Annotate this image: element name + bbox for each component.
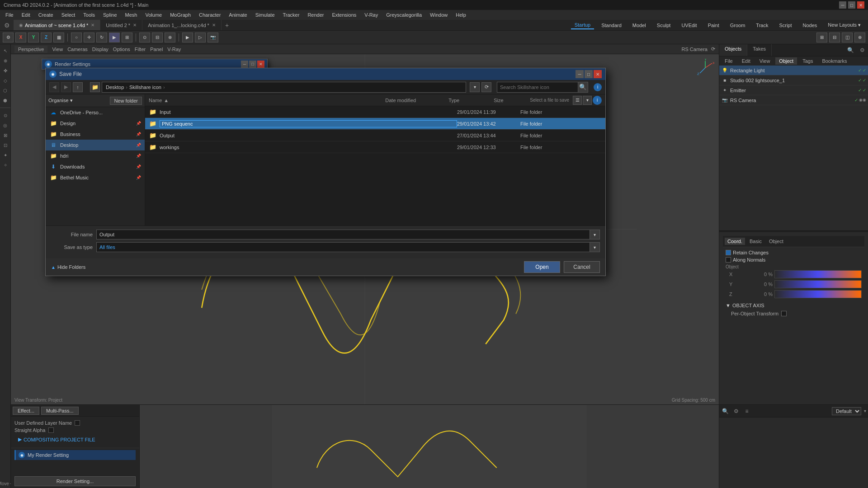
sidebar-tool-10[interactable]: ✦ (1, 150, 10, 160)
tool-camera[interactable]: 📷 (208, 33, 218, 42)
qa-downloads[interactable]: ⬇ Downloads 📌 (46, 161, 145, 172)
render-setting-button[interactable]: Render Setting... (14, 476, 136, 486)
menu-select[interactable]: Select (58, 11, 79, 19)
tab-untitled[interactable]: Untitled 2 * ✕ (100, 20, 142, 30)
sidebar-tool-8[interactable]: ⊠ (1, 131, 10, 140)
layout-track[interactable]: Track (752, 22, 772, 29)
tab-animation[interactable]: ◉ Animation of ~ scene 1.c4d * ✕ (14, 20, 100, 30)
col-size-header[interactable]: Size (494, 98, 530, 103)
menu-volume[interactable]: Volume (142, 11, 165, 19)
col-date-header[interactable]: Date modified (385, 98, 448, 103)
tab-takes[interactable]: Takes (747, 44, 772, 56)
menu-mesh[interactable]: Mesh (122, 11, 141, 19)
layout-paint[interactable]: Paint (704, 22, 723, 29)
col-type-header[interactable]: Type (448, 98, 494, 103)
rs-maximize-btn[interactable]: □ (249, 61, 256, 68)
minimize-button[interactable]: ─ (839, 1, 846, 9)
my-render-setting[interactable]: ◉ My Render Setting (14, 450, 136, 460)
tool-z[interactable]: Z (41, 33, 52, 42)
organize-btn[interactable]: Organise ▾ (48, 98, 73, 103)
search-btn[interactable]: 🔍 (578, 82, 588, 93)
menu-help[interactable]: Help (452, 11, 470, 19)
filter-menu[interactable]: Filter (135, 47, 146, 52)
default-dropdown[interactable]: Default (832, 407, 861, 415)
menu-spline[interactable]: Spline (99, 11, 121, 19)
tool-right1[interactable]: ⊞ (816, 33, 827, 42)
rp-view-tab[interactable]: View (756, 57, 774, 65)
tool-select[interactable]: ▶ (109, 33, 120, 42)
file-row-input[interactable]: 📁 Input 29/01/2024 11:39 File folder (145, 106, 605, 118)
sidebar-tool-9[interactable]: ⊡ (1, 141, 10, 150)
panel-menu[interactable]: Panel (150, 47, 163, 52)
layout-groom[interactable]: Groom (726, 22, 749, 29)
rp-object-tab[interactable]: Object (775, 57, 797, 65)
display-menu[interactable]: Display (92, 47, 108, 52)
menu-vray[interactable]: V-Ray (361, 11, 382, 19)
layer-name-checkbox[interactable] (75, 420, 80, 426)
menu-greyscale[interactable]: Greyscalegorilla (382, 11, 425, 19)
tool-scale[interactable]: ⊞ (122, 33, 132, 42)
new-folder-btn[interactable]: New folder (110, 97, 142, 105)
rp-tags-tab[interactable]: Tags (799, 57, 816, 65)
list-view-btn[interactable]: ☰ (573, 96, 582, 105)
layout-standard[interactable]: Standard (598, 22, 625, 29)
file-row-png[interactable]: 📁 29/01/2024 13:42 File folder (145, 118, 605, 130)
menu-mograph[interactable]: MoGraph (166, 11, 194, 19)
per-object-checkbox[interactable] (781, 311, 787, 316)
file-row-output[interactable]: 📁 Output 27/01/2024 13:44 File folder (145, 130, 605, 141)
along-normals-checkbox[interactable] (726, 257, 731, 263)
rb-sort-btn[interactable]: ≡ (743, 407, 751, 415)
qa-business[interactable]: 📁 Business 📌 (46, 129, 145, 140)
savetype-select[interactable]: All files (96, 242, 590, 252)
sfd-close-btn[interactable]: ✕ (594, 70, 602, 78)
savetype-dropdown-btn[interactable]: ▾ (590, 242, 600, 252)
filename-dropdown-btn[interactable]: ▾ (590, 230, 600, 239)
save-file-dialog[interactable]: ◉ Save File ─ □ ✕ ◀ ▶ ↑ 📁 Desktop › Skil… (45, 68, 606, 276)
menu-character[interactable]: Character (195, 11, 224, 19)
qa-onedrive[interactable]: ☁ OneDrive - Perso... (46, 107, 145, 118)
layout-nodes[interactable]: Nodes (799, 22, 821, 29)
sidebar-tool-1[interactable]: ⊕ (1, 56, 10, 65)
multi-pass-button[interactable]: Multi-Pass... (41, 407, 79, 415)
layout-model[interactable]: Model (629, 22, 650, 29)
refresh-btn[interactable]: ⟳ (481, 82, 491, 92)
menu-simulate[interactable]: Simulate (252, 11, 278, 19)
rs-minimize-btn[interactable]: ─ (241, 61, 248, 68)
sidebar-tool-3[interactable]: ◇ (1, 76, 10, 85)
tool-render2[interactable]: ▷ (195, 33, 206, 42)
layout-sculpt[interactable]: Sculpt (653, 22, 675, 29)
open-button[interactable]: Open (524, 261, 560, 273)
tab-objects[interactable]: Objects (719, 44, 747, 56)
straight-alpha-checkbox[interactable] (48, 427, 54, 433)
nav-up-btn[interactable]: ↑ (73, 82, 83, 92)
object-studio-light[interactable]: ■ Studio 002 lightsource_1 ✓ ✓ (719, 75, 868, 85)
tool-extra[interactable]: ▦ (53, 33, 64, 42)
rp-file-tab[interactable]: File (721, 57, 736, 65)
tool-rotate[interactable]: ↻ (96, 33, 107, 42)
bc-skillshare[interactable]: Skillshare icon (129, 84, 161, 90)
tab-locking-close[interactable]: ✕ (212, 23, 216, 28)
compositing-header[interactable]: ▶ COMPOSITING PROJECT FILE (14, 435, 136, 444)
qa-hdri[interactable]: 📁 hdri 📌 (46, 150, 145, 161)
nav-forward-btn[interactable]: ▶ (61, 82, 71, 92)
col-name-header[interactable]: Name ▲ (149, 98, 385, 103)
layout-new-layouts[interactable]: New Layouts ▾ (824, 21, 864, 29)
breadcrumb-dropdown-btn[interactable]: ▾ (470, 82, 480, 92)
maximize-button[interactable]: □ (848, 1, 855, 9)
tool-move[interactable]: ✛ (84, 33, 94, 42)
rb-filter-btn[interactable]: ⚙ (732, 407, 740, 415)
sidebar-tool-5[interactable]: ⬢ (1, 96, 10, 105)
layout-uvedit[interactable]: UVEdit (678, 22, 700, 29)
tab-close-icon[interactable]: ✕ (91, 23, 94, 28)
file-name-edit-input[interactable] (160, 120, 457, 127)
object-rectangle-light[interactable]: 💡 Rectangle Light ✓ ✓ (719, 66, 868, 75)
tab-untitled-close[interactable]: ✕ (133, 23, 137, 28)
sidebar-tool-2[interactable]: ✤ (1, 66, 10, 75)
menu-render[interactable]: Render (304, 11, 327, 19)
menu-animate[interactable]: Animate (225, 11, 250, 19)
detail-view-btn[interactable]: ▾ (583, 96, 592, 105)
menu-edit[interactable]: Edit (18, 11, 34, 19)
search-input[interactable] (497, 82, 578, 93)
sidebar-tool-11[interactable]: ✧ (1, 160, 10, 169)
sfd-maximize-btn[interactable]: □ (585, 70, 593, 78)
